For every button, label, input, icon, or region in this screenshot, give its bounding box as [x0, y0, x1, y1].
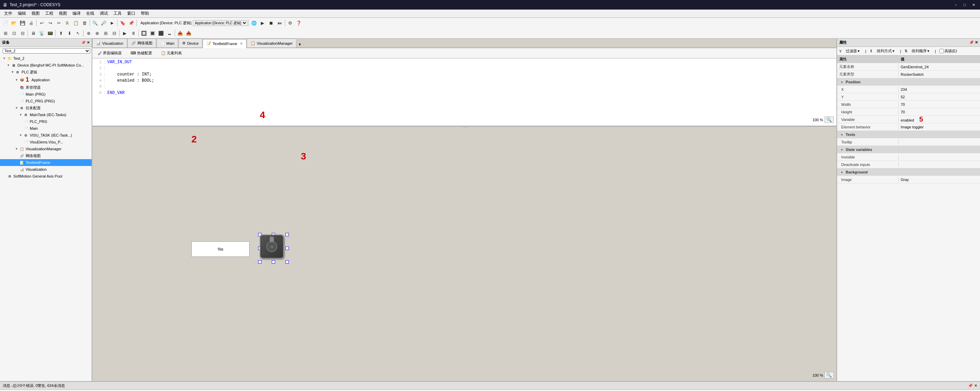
status-close[interactable]: ✕: [974, 383, 977, 388]
tb-redo[interactable]: ↪: [46, 19, 54, 27]
prop-val-variable[interactable]: enabled 5: [899, 115, 980, 124]
panel-close[interactable]: ✕: [87, 41, 89, 44]
prop-section-texts[interactable]: ▼ Texts: [837, 131, 980, 138]
prop-val-tooltip[interactable]: [899, 141, 980, 143]
tb-build[interactable]: ▶: [108, 19, 116, 27]
tb2-14[interactable]: ▶: [121, 29, 129, 37]
tb2-12[interactable]: ⊞: [102, 29, 110, 37]
tree-item-plc[interactable]: ▼ ⚙ PLC 逻辑: [0, 69, 92, 76]
prop-val-x[interactable]: 234: [899, 87, 980, 92]
prop-val-y[interactable]: 52: [899, 94, 980, 100]
tb2-17[interactable]: 🔳: [148, 29, 157, 37]
vis-zoom-btn[interactable]: 🔍: [824, 372, 834, 378]
prop-val-width[interactable]: 70: [899, 102, 980, 107]
right-panel-close[interactable]: ✕: [975, 40, 978, 44]
handle-br[interactable]: [285, 260, 289, 264]
tree-item-libmanager[interactable]: 📚 库管理器: [0, 84, 92, 91]
tab-textfield[interactable]: 📝 TextfieldFrame ✕: [203, 39, 247, 48]
tree-item-softmotion[interactable]: ⚙ SoftMotion General Axis Pool: [0, 173, 92, 180]
section-toggle[interactable]: ▼: [839, 171, 845, 174]
tree-item-taskconfig[interactable]: ▼ ⚙ 任务配置: [0, 104, 92, 111]
tb2-21[interactable]: 📥: [185, 29, 193, 37]
tb2-18[interactable]: ⬛: [157, 29, 165, 37]
handle-bc[interactable]: [272, 260, 275, 264]
tb2-8[interactable]: ⬇: [65, 29, 73, 37]
tb2-6[interactable]: 📟: [46, 29, 54, 37]
tb-find[interactable]: 🔍: [91, 19, 99, 27]
tb2-15[interactable]: ⏸: [129, 29, 137, 37]
menu-window[interactable]: 窗口: [124, 10, 138, 17]
tb2-7[interactable]: ⬆: [57, 29, 65, 37]
tb-help[interactable]: ❓: [295, 19, 303, 27]
tb-new[interactable]: 📄: [2, 19, 10, 27]
order-btn[interactable]: 排列顺序 ▾: [910, 48, 931, 54]
menu-compile[interactable]: 编译: [70, 10, 83, 17]
menu-debug[interactable]: 调试: [97, 10, 111, 17]
sub-tb-hotkey[interactable]: ⌨ 热键配置: [127, 49, 155, 57]
tb-undo[interactable]: ↩: [38, 19, 46, 27]
tree-item-maintask[interactable]: ▼ ⚙ MainTask (IEC-Tasks): [0, 111, 92, 118]
tb2-1[interactable]: ⊞: [2, 29, 10, 37]
vis-rocker-container[interactable]: ○: [260, 234, 291, 265]
tb-paste[interactable]: 📋: [72, 19, 80, 27]
tab-main[interactable]: 📄 Main: [157, 39, 178, 47]
tree-item-visumanager[interactable]: ▼ 📋 VisualizationManager: [0, 146, 92, 152]
menu-project[interactable]: 工程: [42, 10, 56, 17]
tb2-10[interactable]: ⊕: [84, 29, 92, 37]
vis-textfield[interactable]: %s: [191, 241, 250, 257]
close-button[interactable]: ✕: [970, 2, 977, 8]
sort-btn[interactable]: 排列方式 ▾: [875, 48, 897, 54]
prop-val-behavior[interactable]: Image toggler: [899, 124, 980, 130]
tb-run[interactable]: ▶: [258, 19, 267, 27]
prop-val-elemname[interactable]: GenElemInst_24: [899, 64, 980, 70]
prop-val-image[interactable]: Gray: [899, 177, 980, 182]
maximize-button[interactable]: □: [961, 2, 968, 8]
tb-bookmark[interactable]: 🔖: [119, 19, 127, 27]
prop-section-position[interactable]: ▼ Position: [837, 78, 980, 86]
tb2-3[interactable]: ⊟: [19, 29, 27, 37]
tree-item-test2[interactable]: ▼ 📁 Test_2: [0, 55, 92, 62]
tb-save[interactable]: 💾: [19, 19, 27, 27]
prop-val-elemtype[interactable]: RockerSwitch: [899, 72, 980, 77]
tree-item-main-prg[interactable]: 📄 Main (PRG): [0, 91, 92, 98]
menu-online[interactable]: 在线: [83, 10, 97, 17]
minimize-button[interactable]: −: [952, 2, 959, 8]
prop-val-deactivate[interactable]: [899, 164, 980, 165]
tree-item-main2[interactable]: 📄 Main: [0, 125, 92, 132]
rocker-widget[interactable]: ○: [260, 234, 284, 258]
tb-copy[interactable]: ⎘: [63, 19, 72, 27]
tree-item-visualization[interactable]: 📊 Visualization: [0, 166, 92, 173]
tree-item-visuelems[interactable]: 📄 VisuElems.Visu_P...: [0, 139, 92, 146]
section-toggle[interactable]: ▼: [839, 81, 845, 84]
panel-pin[interactable]: 📌: [81, 41, 86, 44]
tb-delete[interactable]: 🗑: [80, 19, 89, 27]
tb2-11[interactable]: ⊗: [93, 29, 101, 37]
sub-tb-elements[interactable]: 📋 元素列表: [158, 49, 185, 57]
tree-item-plc-prg[interactable]: 📄 PLC_PRG (PRG): [0, 98, 92, 104]
advanced-checkbox[interactable]: [939, 49, 944, 53]
handle-mr[interactable]: [285, 247, 289, 250]
tree-item-textfield[interactable]: 📝 TextfieldFrame: [0, 159, 92, 166]
menu-file[interactable]: 文件: [2, 10, 15, 17]
tb-step[interactable]: ⏭: [275, 19, 284, 27]
tab-device[interactable]: ⚙ Device: [178, 39, 202, 47]
tb2-9[interactable]: ↖: [74, 29, 82, 37]
tree-root-dropdown[interactable]: Test_2: [3, 48, 90, 54]
tb-print[interactable]: 🖨: [27, 19, 35, 27]
status-pin[interactable]: 📌: [968, 383, 973, 388]
tab-nav-dropdown[interactable]: ▾: [297, 41, 303, 47]
prop-val-height[interactable]: 70: [899, 109, 980, 115]
right-panel-pin[interactable]: 📌: [969, 40, 974, 44]
tb2-19[interactable]: 🗕: [165, 29, 173, 37]
menu-view[interactable]: 视图: [29, 10, 42, 17]
tree-item-visutask[interactable]: ▼ ⚙ VISU_TASK (IEC-Task...): [0, 132, 92, 139]
menu-edit[interactable]: 编辑: [15, 10, 29, 17]
tab-network[interactable]: 🔗 网络视图: [127, 39, 156, 47]
visual-editor[interactable]: 2 3 %s: [92, 129, 837, 381]
menu-view2[interactable]: 视图: [56, 10, 70, 17]
tb-bookmark2[interactable]: 📌: [127, 19, 135, 27]
tb-cut[interactable]: ✂: [55, 19, 63, 27]
tree-item-plc-prg2[interactable]: 📄 PLC_PRG: [0, 118, 92, 125]
tb2-5[interactable]: 📡: [38, 29, 46, 37]
tree-item-application[interactable]: ▼ 📦 1 Application: [0, 76, 92, 84]
